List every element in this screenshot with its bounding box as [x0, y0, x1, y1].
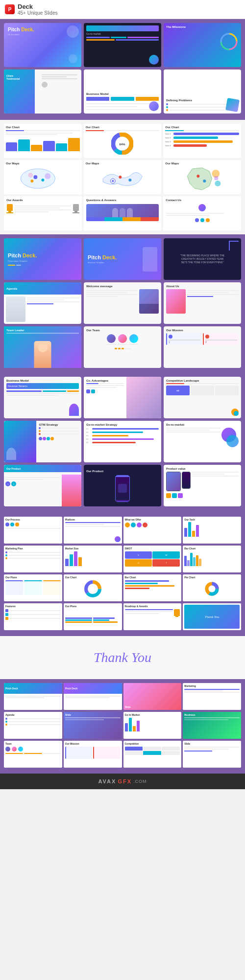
slide-business-model-hero[interactable]: Business Model	[84, 69, 161, 114]
misc-row: Our Awards	[4, 196, 241, 230]
contact-title: Contact Us	[166, 199, 239, 202]
slide-agenda[interactable]: Agenda	[4, 282, 81, 324]
header: P Deck 45+ Unique Slides	[0, 0, 245, 19]
slide-our-maps-3[interactable]: Our Maps	[163, 160, 241, 194]
qa-title: Questions & Answers	[86, 199, 159, 202]
pitch-row-2: Agenda Welcome message	[4, 282, 241, 324]
slide-final-12[interactable]: Slide	[183, 741, 241, 768]
brand-logo: AVAX GFX .COM	[98, 778, 147, 784]
slide-pitch-1[interactable]: Pitch Deck. Presentation Template	[4, 238, 81, 280]
slide-pitch-2[interactable]: Pitch Deck. Business Template	[84, 238, 161, 280]
slide-contact[interactable]: Contact Us	[163, 196, 241, 230]
thankyou-text: Thank You	[4, 640, 241, 675]
slide-do-to-market[interactable]: Do-to-market	[164, 421, 241, 462]
small-grid-1: Our Process Platform What we Offer	[4, 517, 241, 544]
section-business: Business Model Revenue Streams	[0, 374, 245, 513]
slide-go-to-market-hero[interactable]: Go-to-market	[84, 23, 161, 67]
slide-pitch-deck-1[interactable]: Pitch Deck. Go-to-market	[4, 23, 81, 67]
svg-point-14	[112, 180, 114, 182]
slide-swot[interactable]: SWOT S W O T	[123, 546, 182, 572]
svg-rect-19	[215, 176, 219, 180]
slide-our-maps-1[interactable]: Our Maps	[4, 160, 82, 194]
slide-testimonial-hero[interactable]: ClientTestimonial	[4, 69, 81, 114]
slide-final-pitch-2[interactable]: Pitch Deck	[64, 683, 122, 710]
slide-roadmap[interactable]: Roadmap & Awards	[123, 603, 182, 630]
slide-thank-you-small[interactable]: Thank You	[183, 603, 241, 630]
map-title-1: Our Maps	[6, 162, 80, 165]
slide-competitive-landscape[interactable]: Competitive Landscape US	[164, 377, 241, 418]
map-title-2: Our Maps	[86, 162, 160, 165]
slide-our-awards[interactable]: Our Awards	[4, 196, 82, 230]
slide-go-to-market-strategy[interactable]: Go-to-market Strategy 01 02 03	[84, 421, 161, 462]
slide-bar-chart-small[interactable]: Bar Chart	[183, 546, 241, 572]
svg-point-10	[28, 173, 33, 178]
brand-com: .COM	[133, 779, 147, 784]
svg-point-15	[197, 175, 200, 178]
slide-our-chart-2[interactable]: Our Chart 64%	[84, 124, 162, 158]
slide-8[interactable]: Business	[183, 712, 241, 739]
slide-go-market[interactable]: Go to Market	[123, 712, 182, 739]
slide-final-pitch-1[interactable]: Pitch Deck	[4, 683, 62, 710]
app-icon: P	[5, 4, 15, 14]
chart-title-3: Our Chart	[165, 126, 239, 129]
slide-our-process[interactable]: Our Process	[4, 517, 62, 544]
slide-agenda-final[interactable]: Agenda	[4, 712, 62, 739]
slide-final-3[interactable]: Slide	[123, 683, 182, 710]
charts-section: Our Chart Our Chart	[0, 120, 245, 234]
slide-our-plans-2[interactable]: Our Plans	[64, 603, 122, 630]
slide-what-we-offer[interactable]: What we Offer	[123, 517, 182, 544]
slide-gtm-strategy[interactable]: GTM Strategy	[4, 421, 81, 462]
pitch-row-1: Pitch Deck. Presentation Template Pitch …	[4, 238, 241, 280]
slide-features[interactable]: Features	[4, 603, 62, 630]
slide-bar-chart-small-2[interactable]: Bar Chart	[123, 574, 182, 601]
final-row-3: Team Our Mission Competitive	[4, 741, 241, 768]
thankyou-section: Thank You	[0, 636, 245, 679]
slide-qa[interactable]: Questions & Answers	[84, 196, 162, 230]
slide-product-value[interactable]: Product value	[164, 465, 241, 506]
slide-platform[interactable]: Platform	[64, 517, 122, 544]
slide-marketing-plan[interactable]: Marketing Plan	[4, 546, 62, 572]
slide-our-team[interactable]: Our Team	[84, 326, 161, 368]
svg-point-11	[119, 176, 122, 179]
slide-our-chart-1[interactable]: Our Chart	[4, 124, 82, 158]
slide-our-plans-1[interactable]: Our Plans	[4, 574, 62, 601]
slide-our-maps-2[interactable]: Our Maps	[84, 160, 162, 194]
slide-pie-chart-small[interactable]: Pie Chart	[183, 574, 241, 601]
app-info: Deck 45+ Unique Slides	[18, 3, 57, 16]
final-row-2: Agenda Slide	[4, 712, 241, 739]
slide-competitive-final[interactable]: Competitive	[123, 741, 182, 768]
slide-market-size[interactable]: Market Size	[64, 546, 122, 572]
biz-row-1: Business Model Revenue Streams	[4, 377, 241, 418]
slide-our-chart-3[interactable]: Our Chart Item 1 Item 2 Item 3	[163, 124, 241, 158]
svg-point-16	[203, 180, 206, 182]
chart-title-1: Our Chart	[6, 126, 80, 129]
awards-title: Our Awards	[6, 199, 79, 202]
slide-final-4[interactable]: Marketing	[183, 683, 241, 710]
slide-defining-problems-hero[interactable]: Defining Problems	[164, 69, 241, 114]
slide-business-model[interactable]: Business Model Revenue Streams	[4, 377, 81, 418]
slide-our-mission[interactable]: Our Mission 1 2	[164, 326, 241, 368]
slide-about-us[interactable]: About Us	[164, 282, 241, 324]
slide-co-advantages[interactable]: Co. Advantages	[84, 377, 161, 418]
slide-team-leader[interactable]: Team Leader	[4, 326, 81, 368]
slide-slide10[interactable]: Our Mission	[64, 741, 122, 768]
map-title-3: Our Maps	[165, 162, 239, 165]
small-grid-3: Our Plans Our Chart Bar Chart	[4, 574, 241, 601]
svg-text:64%: 64%	[120, 143, 126, 146]
slide-milestone-hero[interactable]: The Milestone	[164, 23, 241, 67]
slide-team-small[interactable]: Our Tech	[183, 517, 241, 544]
slide-slide6[interactable]: Slide	[64, 712, 122, 739]
slide-our-product-1[interactable]: Our Product 1 2	[4, 465, 81, 506]
slide-welcome[interactable]: Welcome message	[84, 282, 161, 324]
slide-our-chart-small[interactable]: Our Chart	[64, 574, 122, 601]
slide-quote[interactable]: "THE BEGINNING PLACE WHERE THECREATIVITY…	[164, 238, 241, 280]
slide-our-product-2[interactable]: Our Product	[84, 465, 161, 506]
watermark-section: AVAX GFX .COM	[0, 774, 245, 789]
app-icon-letter: P	[8, 7, 12, 12]
slide-team-final[interactable]: Team	[4, 741, 62, 768]
chart-row-1: Our Chart Our Chart	[4, 124, 241, 158]
svg-point-8	[30, 180, 33, 182]
brand-gfx: GFX	[118, 778, 132, 784]
svg-point-6	[33, 175, 37, 179]
svg-point-24	[209, 586, 216, 593]
